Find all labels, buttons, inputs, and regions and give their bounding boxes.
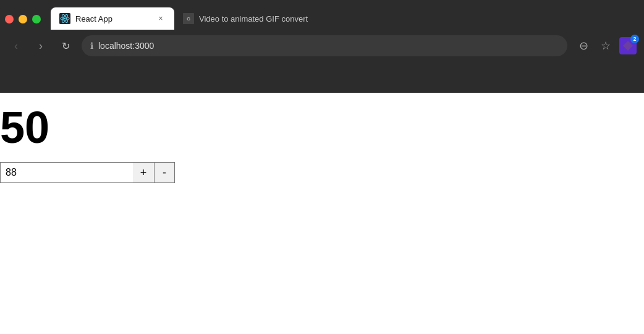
tab-bar: React App × G Video to animated GIF conv… <box>0 0 644 30</box>
zoom-icon: ⊖ <box>579 39 588 53</box>
increment-button[interactable]: + <box>133 162 154 183</box>
counter-controls: + - <box>0 162 644 183</box>
active-tab-title: React App <box>75 14 151 24</box>
bookmark-icon: ☆ <box>601 39 611 53</box>
browser-actions: ⊖ ☆ 2 <box>575 37 637 54</box>
back-icon: ‹ <box>14 40 18 53</box>
reload-icon: ↻ <box>62 40 70 52</box>
zoom-button[interactable]: ⊖ <box>575 37 592 54</box>
info-icon: ℹ <box>90 41 93 51</box>
svg-text:G: G <box>187 16 190 22</box>
inactive-tab-title: Video to animated GIF convert <box>199 14 308 24</box>
page-content: 50 + - <box>0 93 644 334</box>
reload-button[interactable]: ↻ <box>57 37 74 54</box>
browser-chrome: React App × G Video to animated GIF conv… <box>0 0 644 93</box>
close-window-button[interactable] <box>5 15 14 24</box>
back-button[interactable]: ‹ <box>7 37 25 54</box>
bookmark-button[interactable]: ☆ <box>597 37 614 54</box>
maximize-window-button[interactable] <box>32 15 41 24</box>
profile-badge: 2 <box>630 35 639 43</box>
active-tab[interactable]: React App × <box>51 7 174 30</box>
react-favicon-icon <box>59 13 70 24</box>
profile-button[interactable]: 2 <box>619 37 637 54</box>
forward-button[interactable]: › <box>32 37 49 54</box>
inactive-tab[interactable]: G Video to animated GIF convert <box>174 7 316 30</box>
gif-favicon-icon: G <box>183 13 194 24</box>
tab-close-button[interactable]: × <box>156 14 166 24</box>
svg-point-4 <box>64 18 66 20</box>
url-text: localhost:3000 <box>98 41 559 51</box>
counter-display: 50 <box>0 105 644 150</box>
window-controls <box>5 15 41 30</box>
decrement-button[interactable]: - <box>154 162 175 183</box>
counter-input[interactable] <box>0 162 133 183</box>
url-bar[interactable]: ℹ localhost:3000 <box>82 35 567 56</box>
minimize-window-button[interactable] <box>19 15 27 24</box>
address-bar: ‹ › ↻ ℹ localhost:3000 ⊖ ☆ 2 <box>0 30 644 62</box>
forward-icon: › <box>39 40 43 53</box>
